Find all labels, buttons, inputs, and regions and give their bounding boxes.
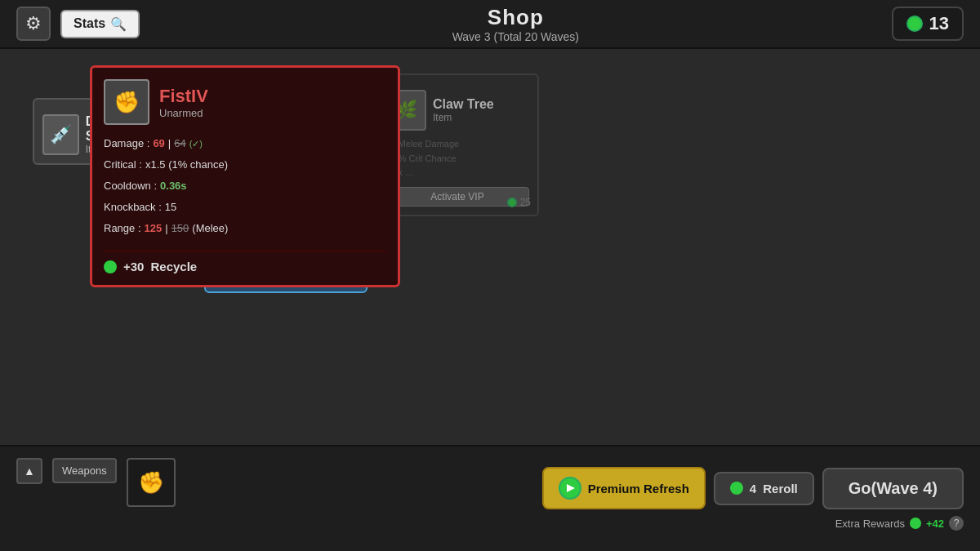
cooldown-label: Cooldown : xyxy=(104,176,157,197)
tooltip-name: FistIV xyxy=(159,86,208,107)
range-current: 125 xyxy=(145,218,163,239)
shop-title: Shop xyxy=(452,5,579,30)
claw-desc-1: +1 % Crit Chance xyxy=(385,152,529,167)
wave-info: Wave 3 (Total 20 Waves) xyxy=(452,30,579,43)
recycle-amount: +30 xyxy=(123,260,144,273)
stats-button[interactable]: Stats 🔍 xyxy=(60,10,140,38)
bottom-right: Premium Refresh 4 Reroll Go(Wave 4) Extr… xyxy=(542,467,964,531)
critical-val: x1.5 (1% chance) xyxy=(145,154,228,176)
claw-desc-0: +1 Melee Damage xyxy=(385,137,529,152)
weapon-slot[interactable]: ✊ xyxy=(127,458,176,507)
bottom-buttons-row: Premium Refresh 4 Reroll Go(Wave 4) xyxy=(542,467,964,509)
item-header-3: 🌿 Claw Tree Item xyxy=(385,90,529,131)
recycle-gem-icon xyxy=(104,260,117,273)
weapons-tab[interactable]: Weapons xyxy=(52,458,117,483)
recycle-text: Recycle xyxy=(150,260,197,273)
range-label: Range : xyxy=(104,218,141,239)
tooltip-header: ✊ FistIV Unarmed xyxy=(104,79,386,125)
item-info-3: Claw Tree Item xyxy=(433,97,494,123)
reroll-button[interactable]: 4 Reroll xyxy=(714,472,814,505)
tooltip-stats: Damage : 69 | 64 (✓) Critical : x1.5 (1%… xyxy=(104,133,386,239)
premium-refresh-label: Premium Refresh xyxy=(588,482,689,495)
stat-range-row: Range : 125 | 150 (Melee) xyxy=(104,218,386,239)
premium-refresh-button[interactable]: Premium Refresh xyxy=(542,467,706,509)
locked-gem-icon xyxy=(507,198,517,207)
cooldown-val: 0.36s xyxy=(160,176,187,197)
main-area: Free 💉 Defective Steroids Item ✊ FistIV … xyxy=(0,49,980,375)
claw-item-desc: +1 Melee Damage +1 % Crit Chance Max … xyxy=(385,137,529,180)
locked-cost: 25 xyxy=(520,197,531,208)
shop-items: Free 💉 Defective Steroids Item ✊ FistIV … xyxy=(33,73,539,359)
tooltip-popup: ✊ FistIV Unarmed Damage : 69 | 64 (✓) Cr… xyxy=(90,65,400,287)
claw-desc-2: Max … xyxy=(385,166,529,180)
damage-label: Damage : xyxy=(104,133,149,154)
critical-label: Critical : xyxy=(104,154,142,176)
reroll-cost: 4 xyxy=(750,482,756,495)
reroll-gem-icon xyxy=(730,482,743,495)
tooltip-subtitle: Unarmed xyxy=(159,107,208,119)
premium-play-icon xyxy=(559,477,581,500)
extra-rewards: Extra Rewards +42 ? xyxy=(835,516,964,531)
item-name-3: Claw Tree xyxy=(433,97,494,112)
search-icon: 🔍 xyxy=(110,16,127,32)
stats-label: Stats xyxy=(74,16,105,31)
knockback-label: Knockback : xyxy=(104,197,162,218)
stat-cooldown-row: Cooldown : 0.36s xyxy=(104,176,386,197)
question-mark-button[interactable]: ? xyxy=(949,516,964,531)
stat-knockback-row: Knockback : 15 xyxy=(104,197,386,218)
item-type-3: Item xyxy=(433,112,494,123)
go-wave-button[interactable]: Go(Wave 4) xyxy=(822,468,964,509)
top-bar: ⚙ Stats 🔍 Shop Wave 3 (Total 20 Waves) 1… xyxy=(0,0,980,49)
range-old: 150 xyxy=(172,218,189,239)
stat-damage-row: Damage : 69 | 64 (✓) xyxy=(104,133,386,154)
top-center: Shop Wave 3 (Total 20 Waves) xyxy=(452,5,579,43)
locked-gem-count: 25 xyxy=(507,197,531,208)
extra-gem-icon xyxy=(910,518,921,529)
extra-rewards-val: +42 xyxy=(926,518,944,530)
currency-display: 13 xyxy=(892,7,964,41)
reroll-label: Reroll xyxy=(763,482,798,495)
shop-item-claw-tree[interactable]: 🌿 Claw Tree Item +1 Melee Damage +1 % Cr… xyxy=(376,73,539,216)
damage-old: 64 xyxy=(174,133,185,154)
arrow-up-button[interactable]: ▲ xyxy=(16,458,42,484)
damage-current: 69 xyxy=(153,133,164,154)
bottom-bar: ▲ Weapons ✊ Premium Refresh 4 Reroll Go(… xyxy=(0,445,980,551)
top-left: ⚙ Stats 🔍 xyxy=(16,7,140,41)
recycle-button[interactable]: +30 Recycle xyxy=(104,251,386,273)
gear-button[interactable]: ⚙ xyxy=(16,7,51,41)
tooltip-title-block: FistIV Unarmed xyxy=(159,86,208,119)
gem-icon xyxy=(906,16,923,32)
damage-check: (✓) xyxy=(189,135,203,153)
knockback-val: 15 xyxy=(165,197,176,218)
gem-count: 13 xyxy=(929,13,949,34)
stat-critical-row: Critical : x1.5 (1% chance) xyxy=(104,154,386,176)
extra-rewards-label: Extra Rewards xyxy=(835,518,905,530)
tooltip-icon: ✊ xyxy=(104,79,149,125)
item-icon-1: 💉 xyxy=(42,114,79,155)
range-suffix: (Melee) xyxy=(192,218,228,239)
